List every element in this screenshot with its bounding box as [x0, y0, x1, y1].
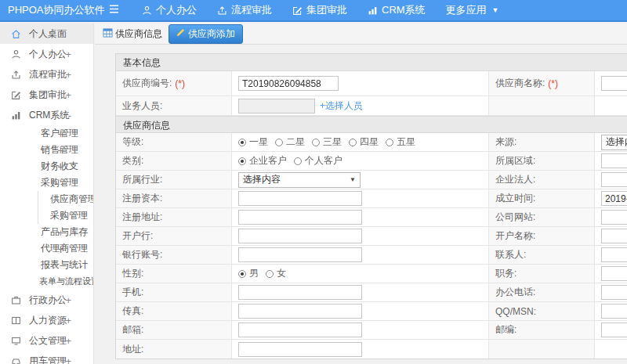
- form-row-staff: 业务人员: +选择人员: [116, 96, 627, 116]
- nav-crm-system[interactable]: CRM系统: [368, 3, 426, 17]
- expand-icon[interactable]: +: [65, 335, 71, 347]
- region-input[interactable]: [601, 153, 627, 168]
- tab-supplier-add[interactable]: 供应商添加: [169, 24, 243, 44]
- radio-level-4[interactable]: 四星: [349, 135, 379, 149]
- crm-submenu: 客户管理 + 销售管理 + 财务收支 + 采购管理 - 供应商管理 采购管理 产…: [0, 125, 93, 290]
- bank-account-input[interactable]: [238, 247, 362, 262]
- contact-input[interactable]: [601, 247, 627, 262]
- address-input[interactable]: [238, 342, 362, 357]
- qq-msn-input[interactable]: [601, 304, 627, 319]
- collapse-icon[interactable]: -: [68, 110, 71, 121]
- expand-icon[interactable]: +: [57, 144, 63, 156]
- category-radio-group: 企业客户 个人客户: [232, 152, 489, 170]
- category-label: 类别:: [116, 152, 232, 170]
- radio-enterprise[interactable]: 企业客户: [238, 154, 287, 168]
- industry-select[interactable]: 选择内容▼: [238, 172, 361, 188]
- sidebar-item-finance[interactable]: 财务收支 +: [0, 158, 93, 175]
- fax-input[interactable]: [238, 304, 362, 319]
- expand-icon[interactable]: +: [65, 355, 71, 364]
- sidebar-item-hr[interactable]: 人力资源 +: [0, 310, 93, 330]
- sidebar-toggle-button[interactable]: [108, 3, 120, 17]
- person-icon: [11, 49, 21, 59]
- registered-capital-label: 注册资本:: [116, 189, 232, 207]
- expand-icon[interactable]: +: [65, 69, 71, 81]
- account-name-input[interactable]: [601, 229, 627, 243]
- select-staff-link[interactable]: +选择人员: [320, 99, 363, 113]
- website-label: 公司网站:: [489, 208, 595, 226]
- sidebar-item-group-approval[interactable]: 集团审批 +: [0, 85, 93, 105]
- address-label: 地址:: [116, 340, 232, 359]
- office-phone-label: 办公电话:: [489, 283, 595, 301]
- radio-icon: [266, 270, 274, 278]
- expand-icon[interactable]: +: [57, 160, 63, 172]
- edit-icon: [292, 5, 303, 16]
- nav-group-approval[interactable]: 集团审批: [292, 3, 347, 17]
- radio-level-5[interactable]: 五星: [386, 135, 415, 149]
- sidebar-item-sales-mgmt[interactable]: 销售管理 +: [0, 142, 93, 158]
- expand-icon[interactable]: +: [65, 89, 71, 101]
- mobile-label: 手机:: [116, 283, 232, 301]
- expand-icon[interactable]: +: [65, 294, 71, 306]
- sidebar-item-document-mgmt[interactable]: 公文管理 +: [0, 330, 93, 351]
- registered-capital-input[interactable]: [238, 191, 362, 206]
- expand-icon[interactable]: +: [57, 243, 63, 254]
- sidebar-item-process-approval[interactable]: 流程审批 +: [0, 64, 93, 85]
- sidebar-item-purchase-mgmt[interactable]: 采购管理 -: [0, 175, 93, 191]
- radio-level-3[interactable]: 三星: [312, 135, 342, 149]
- website-input[interactable]: [601, 210, 627, 225]
- nav-process-approval[interactable]: 流程审批: [217, 3, 272, 17]
- hamburger-icon: [108, 3, 120, 17]
- email-input[interactable]: [238, 323, 362, 337]
- mobile-input[interactable]: [238, 285, 362, 300]
- expand-icon[interactable]: +: [57, 128, 63, 139]
- radio-individual[interactable]: 个人客户: [294, 154, 342, 168]
- sidebar-item-personal-desktop[interactable]: 个人桌面: [0, 23, 93, 44]
- radio-icon: [349, 139, 357, 146]
- nav-personal-office[interactable]: 个人办公: [142, 3, 197, 17]
- top-nav: 个人办公 流程审批 集团审批 CRM系统 更多应用 ▼: [142, 3, 499, 17]
- bank-input[interactable]: [238, 229, 362, 243]
- office-phone-input[interactable]: [601, 285, 627, 300]
- sidebar-item-admin-office[interactable]: 行政办公 +: [0, 290, 93, 310]
- sidebar-item-personal-office[interactable]: 个人办公 +: [0, 44, 93, 64]
- collapse-icon[interactable]: -: [60, 177, 63, 189]
- nav-more-apps[interactable]: 更多应用 ▼: [446, 3, 499, 17]
- app-logo: PHPOA协同办公软件: [0, 3, 94, 17]
- expand-icon[interactable]: +: [65, 315, 71, 326]
- position-input[interactable]: [601, 266, 627, 281]
- email-label: 邮箱:: [116, 321, 232, 339]
- legal-person-input[interactable]: [601, 172, 627, 187]
- sidebar-item-crm-system[interactable]: CRM系统 -: [0, 105, 93, 125]
- supplier-code-input[interactable]: [238, 76, 339, 91]
- expand-icon[interactable]: +: [65, 49, 71, 60]
- industry-label: 所属行业:: [116, 171, 232, 189]
- source-select[interactable]: 选择内容▼: [601, 135, 627, 150]
- zip-label: 邮编:: [489, 321, 595, 339]
- radio-female[interactable]: 女: [266, 267, 286, 280]
- sidebar-item-agent-mgmt[interactable]: 代理商管理 +: [0, 240, 93, 257]
- radio-male[interactable]: 男: [238, 267, 259, 280]
- sidebar-item-procurement-mgmt[interactable]: 采购管理: [38, 207, 93, 224]
- tab-supplier-list[interactable]: 供应商信息: [103, 27, 162, 41]
- sidebar-item-product-inventory[interactable]: 产品与库存 +: [0, 224, 93, 240]
- form-row-bank-account: 银行账号: 联系人:: [116, 246, 627, 265]
- sidebar-item-customer-mgmt[interactable]: 客户管理 +: [0, 125, 93, 142]
- form-row-address: 地址:: [116, 340, 627, 359]
- supplier-name-input[interactable]: [601, 76, 627, 91]
- radio-level-2[interactable]: 二星: [275, 135, 305, 149]
- registered-address-input[interactable]: [238, 210, 362, 225]
- sidebar-item-reports-stats[interactable]: 报表与统计: [0, 257, 93, 273]
- sidebar-item-form-flow-settings[interactable]: 表单与流程设置 +: [0, 273, 93, 290]
- car-icon: [11, 356, 21, 364]
- zip-input[interactable]: [601, 323, 627, 337]
- bar-chart-icon: [11, 110, 21, 121]
- edit-icon: [11, 90, 21, 100]
- established-date-input[interactable]: [601, 191, 627, 206]
- sidebar-item-supplier-mgmt[interactable]: 供应商管理: [38, 191, 93, 207]
- radio-checked-icon: [238, 139, 246, 146]
- sidebar-item-vehicle-mgmt[interactable]: 用车管理 +: [0, 351, 93, 364]
- staff-input[interactable]: [238, 99, 315, 114]
- expand-icon[interactable]: +: [57, 226, 63, 238]
- fax-label: 传真:: [116, 302, 232, 320]
- radio-level-1[interactable]: 一星: [238, 135, 268, 149]
